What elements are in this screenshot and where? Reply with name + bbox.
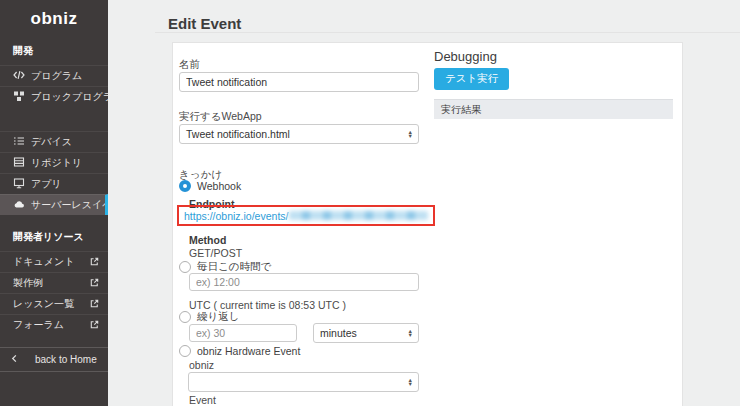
select-stepper-icon: ▲▼ <box>408 130 413 138</box>
sidebar-section-dev: 開発 <box>0 29 108 65</box>
obniz-label: obniz <box>189 359 214 371</box>
radio-unchecked-icon <box>179 261 191 273</box>
sidebar-item-serverless-events[interactable]: サーバーレスイベント <box>0 194 108 215</box>
radio-daily-time[interactable]: 毎日この時間で <box>179 260 271 274</box>
sidebar-item-label: フォーラム <box>13 318 83 332</box>
radio-repeat[interactable]: 繰り返し <box>179 310 240 324</box>
method-value: GET/POST <box>189 247 242 259</box>
sidebar-item-label: 製作例 <box>13 276 83 290</box>
app-icon <box>13 177 25 191</box>
test-run-button[interactable]: テスト実行 <box>434 68 509 90</box>
daily-time-input[interactable] <box>189 273 419 291</box>
edit-event-card: 名前 実行するWebApp Tweet notification.html ▲▼… <box>172 42 683 406</box>
repeat-interval-input[interactable] <box>189 324 297 342</box>
sidebar-item-label: レッスン一覧 <box>13 297 83 311</box>
event-name-input[interactable] <box>179 72 419 92</box>
code-icon <box>13 69 25 83</box>
device-list-icon <box>13 135 25 149</box>
radio-webhook-label: Webhook <box>197 180 241 192</box>
radio-unchecked-icon <box>179 345 191 357</box>
event-label: Event <box>189 394 216 406</box>
sidebar-item-label: プログラム <box>31 69 108 83</box>
repository-icon <box>13 156 25 170</box>
webapp-select-value: Tweet notification.html <box>186 128 290 140</box>
result-header-label: 実行結果 <box>441 103 481 117</box>
sidebar-item-label: ブロックプログラム <box>31 90 108 104</box>
radio-checked-icon <box>179 180 191 192</box>
sidebar-item-block-program[interactable]: ブロックプログラム <box>0 86 108 107</box>
webapp-label: 実行するWebApp <box>179 110 262 124</box>
repeat-unit-value: minutes <box>320 327 357 339</box>
sidebar-item-program[interactable]: プログラム <box>0 65 108 86</box>
obniz-logo: obniz <box>0 0 108 29</box>
back-to-home-label: back to Home <box>35 354 97 365</box>
sidebar-section-resources: 開発者リソース <box>0 215 108 251</box>
sidebar-item-label: デバイス <box>31 135 108 149</box>
radio-hardware-label: obniz Hardware Event <box>197 345 300 357</box>
external-link-icon <box>89 277 100 290</box>
chevron-left-icon <box>10 354 19 365</box>
sidebar-item-repository[interactable]: リポジトリ <box>0 152 108 173</box>
cloud-icon <box>13 198 25 212</box>
page-title: Edit Event <box>168 15 241 32</box>
radio-webhook[interactable]: Webhook <box>179 180 241 192</box>
external-link-icon <box>89 298 100 311</box>
sidebar-item-forum[interactable]: フォーラム <box>0 314 108 335</box>
radio-daily-label: 毎日この時間で <box>197 260 271 274</box>
external-link-icon <box>89 319 100 332</box>
sidebar-item-documents[interactable]: ドキュメント <box>0 251 108 272</box>
select-stepper-icon: ▲▼ <box>408 378 413 386</box>
header-divider <box>155 32 740 33</box>
select-stepper-icon: ▲▼ <box>408 329 413 337</box>
sidebar-item-label: サーバーレスイベント <box>31 198 105 212</box>
sidebar: obniz 開発 プログラム ブロックプログラム デバイス リポジトリ アプリ <box>0 0 108 406</box>
radio-repeat-label: 繰り返し <box>197 310 240 324</box>
blocks-icon <box>13 90 25 104</box>
radio-hardware-event[interactable]: obniz Hardware Event <box>179 345 300 357</box>
method-label: Method <box>189 234 226 246</box>
webapp-select[interactable]: Tweet notification.html ▲▼ <box>179 124 419 144</box>
endpoint-highlight-box: https://obniz.io/events/ <box>177 205 435 226</box>
name-label: 名前 <box>179 58 200 72</box>
endpoint-token-blurred <box>289 211 428 220</box>
back-to-home-button[interactable]: back to Home <box>0 347 108 372</box>
sidebar-item-examples[interactable]: 製作例 <box>0 272 108 293</box>
sidebar-spacer <box>0 107 108 131</box>
sidebar-item-label: アプリ <box>31 177 108 191</box>
obniz-select[interactable]: ▲▼ <box>188 372 419 392</box>
sidebar-item-label: リポジトリ <box>31 156 108 170</box>
sidebar-item-apps[interactable]: アプリ <box>0 173 108 194</box>
result-header-bar: 実行結果 <box>434 99 673 119</box>
external-link-icon <box>89 256 100 269</box>
endpoint-url-link[interactable]: https://obniz.io/events/ <box>184 210 288 222</box>
sidebar-item-label: ドキュメント <box>13 255 83 269</box>
sidebar-item-lessons[interactable]: レッスン一覧 <box>0 293 108 314</box>
sidebar-item-devices[interactable]: デバイス <box>0 131 108 152</box>
radio-unchecked-icon <box>179 311 191 323</box>
debugging-title: Debugging <box>434 49 497 64</box>
repeat-unit-select[interactable]: minutes ▲▼ <box>313 323 419 343</box>
